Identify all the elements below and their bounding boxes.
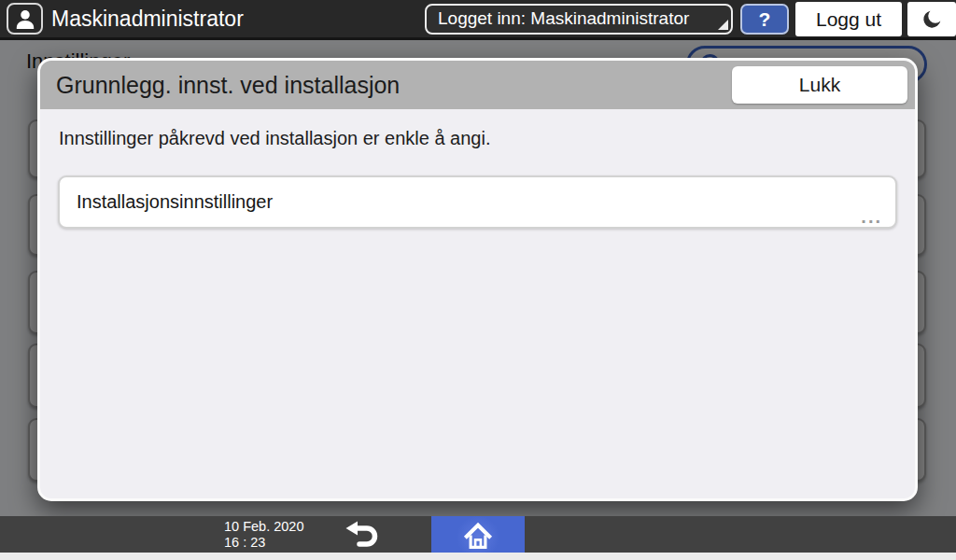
logout-button[interactable]: Logg ut: [795, 2, 902, 36]
login-status-dropdown[interactable]: Logget inn: Maskinadministrator: [425, 4, 733, 35]
bottom-strip: [0, 553, 956, 560]
home-icon: [462, 520, 494, 550]
back-button[interactable]: [329, 516, 394, 553]
home-button[interactable]: [431, 516, 525, 553]
installation-dialog: Grunnlegg. innst. ved installasjon Lukk …: [37, 58, 918, 501]
ellipsis-icon: ...: [861, 207, 882, 226]
close-button[interactable]: Lukk: [732, 66, 907, 104]
help-button[interactable]: ?: [740, 4, 789, 35]
moon-icon: [920, 7, 944, 32]
installation-settings-button[interactable]: Installasjonsinnstillinger ...: [58, 175, 897, 229]
user-icon[interactable]: [7, 3, 43, 35]
settings-page: Innstillinger Grunnlegg. innst. ved inst…: [0, 40, 956, 516]
person-icon: [13, 7, 37, 30]
dialog-header: Grunnlegg. innst. ved installasjon Lukk: [40, 61, 915, 109]
date-label: 10 Feb. 2020: [224, 519, 303, 535]
dropdown-corner-icon: [718, 20, 728, 30]
topbar-title: Maskinadministrator: [51, 0, 244, 37]
dialog-title: Grunnlegg. innst. ved installasjon: [56, 61, 400, 109]
topbar: Maskinadministrator Logget inn: Maskinad…: [0, 0, 956, 40]
dialog-description: Innstillinger påkrevd ved installasjon e…: [59, 128, 491, 149]
time-label: 16 : 23: [224, 535, 303, 551]
installation-settings-label: Installasjonsinnstillinger: [77, 191, 273, 212]
bottom-navbar: 10 Feb. 2020 16 : 23: [0, 516, 956, 553]
sleep-button[interactable]: [907, 2, 956, 36]
back-icon: [342, 519, 381, 551]
datetime: 10 Feb. 2020 16 : 23: [224, 519, 303, 551]
screen: Innstillinger Grunnlegg. innst. ved inst…: [0, 0, 956, 560]
login-status-label: Logget inn: Maskinadministrator: [438, 8, 689, 28]
